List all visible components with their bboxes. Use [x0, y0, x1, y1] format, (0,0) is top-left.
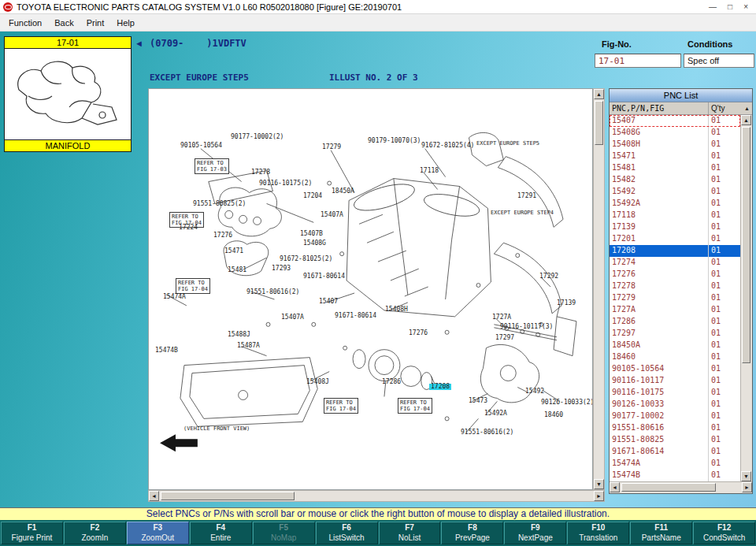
scroll-down-icon[interactable]: ▼	[594, 479, 604, 489]
pnc-row[interactable]: 91551-8061601	[610, 422, 740, 434]
part-number-label[interactable]: 90116-10175(2)	[259, 180, 312, 187]
pnc-row[interactable]: 1549201	[610, 186, 740, 198]
pnc-row[interactable]: 1713901	[610, 221, 740, 233]
fkey-f6-button[interactable]: F6ListSwitch	[316, 522, 378, 544]
fkey-f3-button[interactable]: F3ZoomOut	[127, 522, 189, 544]
pnc-horizontal-scrollbar[interactable]: ◄ ►	[610, 481, 752, 493]
scroll-left-icon[interactable]: ◄	[149, 491, 159, 501]
part-number-label[interactable]: 17286	[382, 379, 401, 385]
fkey-f4-button[interactable]: F4Entire	[190, 522, 252, 544]
part-number-label[interactable]: EXCEPT EUROPE STEP5	[476, 141, 539, 147]
pnc-row[interactable]: 1727A01	[610, 304, 740, 316]
pnc-row[interactable]: 91551-8082501	[610, 434, 740, 446]
pnc-row[interactable]: 90126-1003301	[610, 399, 740, 410]
pnc-row[interactable]: 90105-1056401	[610, 363, 740, 375]
part-number-label[interactable]: 15471	[224, 248, 243, 254]
part-number-label[interactable]: 15407	[319, 299, 338, 305]
figure-thumbnail[interactable]: 17-01 MANIFOLD	[4, 36, 132, 152]
part-number-label[interactable]: 91551-80616(2)	[246, 289, 299, 295]
pnc-column-header[interactable]: PNC,P/N,FIG	[610, 102, 709, 114]
pnc-row[interactable]: 18450A01	[610, 340, 740, 351]
fkey-f11-button[interactable]: F11PartsName	[630, 522, 692, 544]
part-number-label[interactable]: 15474A	[163, 294, 186, 300]
horizontal-scroll-thumb[interactable]	[161, 492, 295, 500]
part-number-label[interactable]: 17276	[213, 232, 232, 239]
fkey-f12-button[interactable]: F12CondSwitch	[693, 522, 755, 544]
part-number-label[interactable]: 91672-81025(2)	[280, 256, 332, 262]
pnc-vertical-scrollbar[interactable]: ▲ ▼	[740, 115, 752, 481]
pnc-row[interactable]: 1548101	[610, 162, 740, 174]
pnc-row[interactable]: 91671-8061401	[610, 446, 740, 458]
vertical-scroll-thumb[interactable]	[595, 101, 603, 145]
part-number-label[interactable]: 91551-80616(2)	[461, 429, 513, 436]
refer-note[interactable]: REFER TO FIG 17-03	[195, 158, 229, 174]
figure-vertical-scrollbar[interactable]: ▲ ▼	[593, 88, 605, 490]
pnc-row[interactable]: 1727401	[610, 257, 740, 269]
part-number-label[interactable]: 18450A	[332, 188, 354, 195]
part-number-label[interactable]: EXCEPT EUROPE STEP4	[491, 210, 554, 216]
part-number-label[interactable]: 17278	[251, 169, 270, 176]
scroll-left-icon[interactable]: ◄	[610, 482, 620, 492]
part-number-label[interactable]: 17279	[322, 144, 341, 150]
part-number-label[interactable]: 15408H	[385, 306, 408, 313]
part-number-label[interactable]: 15407A	[321, 212, 343, 218]
part-number-label[interactable]: 15488J	[228, 332, 250, 338]
part-number-label[interactable]: 17224	[179, 225, 198, 231]
menu-item-print[interactable]: Print	[80, 16, 111, 30]
pnc-row[interactable]: 1711801	[610, 210, 740, 221]
pnc-row[interactable]: 15492A01	[610, 198, 740, 210]
fig-no-field[interactable]: 17-01	[595, 54, 681, 68]
pnc-row[interactable]: 90116-1017501	[610, 387, 740, 399]
part-number-label[interactable]: 90177-10002(2)	[231, 134, 284, 140]
part-number-label[interactable]: 91672-81025(4)	[421, 143, 474, 149]
pnc-horizontal-scroll-thumb[interactable]	[621, 483, 716, 492]
close-button[interactable]: ×	[743, 2, 748, 11]
part-number-label[interactable]: 17139	[557, 300, 576, 306]
scroll-up-icon[interactable]: ▲	[741, 115, 751, 125]
part-number-label[interactable]: 17291	[517, 193, 536, 199]
fkey-f8-button[interactable]: F8PrevPage	[441, 522, 503, 544]
scroll-right-icon[interactable]: ►	[594, 491, 604, 501]
part-number-label[interactable]: 17276	[409, 330, 428, 336]
part-number-label[interactable]: 91671-80614	[335, 313, 376, 319]
part-number-label[interactable]: 15492	[525, 388, 544, 395]
part-number-label[interactable]: 15407B	[300, 231, 323, 237]
scroll-down-icon[interactable]: ▼	[741, 471, 751, 481]
pnc-row[interactable]: 1729701	[610, 328, 740, 340]
part-number-label[interactable]: 15407A	[281, 314, 304, 321]
qty-column-header[interactable]: Q'ty ▲	[709, 102, 752, 114]
refer-note[interactable]: REFER TO FIG 17-04	[176, 278, 210, 294]
part-number-label[interactable]: 15487A	[237, 343, 260, 349]
part-number-label[interactable]: 90116-10117(3)	[500, 324, 553, 330]
menu-item-help[interactable]: Help	[110, 16, 141, 30]
part-number-label[interactable]: 90105-10564	[180, 143, 222, 149]
part-number-label[interactable]: 15474B	[155, 347, 178, 354]
pnc-vertical-scroll-thumb[interactable]	[742, 127, 750, 363]
fkey-f1-button[interactable]: F1Figure Print	[1, 522, 63, 544]
part-number-label[interactable]: 17204	[303, 193, 322, 199]
part-number-label[interactable]: 15408G	[303, 240, 326, 247]
part-number-label[interactable]: 91551-80825(2)	[193, 201, 246, 207]
part-number-label[interactable]: 18460	[544, 412, 563, 418]
menu-item-back[interactable]: Back	[48, 16, 80, 30]
fkey-f5-button[interactable]: F5NoMap	[253, 522, 315, 544]
pnc-row[interactable]: 15474A01	[610, 458, 740, 470]
figure-canvas[interactable]: 90105-1056490177-10002(2)1727990179-1007…	[148, 88, 593, 490]
minimize-button[interactable]: —	[709, 2, 717, 11]
pnc-row[interactable]: 1846001	[610, 351, 740, 363]
maximize-button[interactable]: □	[728, 2, 732, 11]
part-number-label[interactable]: 17292	[539, 273, 558, 280]
pnc-row[interactable]: 1547101	[610, 150, 740, 162]
prev-figure-arrow-icon[interactable]: ◄	[135, 39, 143, 48]
pnc-row[interactable]: 1727801	[610, 280, 740, 292]
pnc-row[interactable]: 1548201	[610, 174, 740, 186]
scroll-up-icon[interactable]: ▲	[594, 89, 604, 99]
conditions-field[interactable]: Spec off	[684, 54, 754, 68]
part-number-label[interactable]: 15481	[228, 267, 246, 273]
fkey-f9-button[interactable]: F9NextPage	[504, 522, 566, 544]
pnc-row[interactable]: 1540701	[610, 115, 740, 127]
part-number-label[interactable]: 90126-10033(2)	[541, 399, 593, 406]
part-number-label[interactable]: 1727A	[492, 314, 511, 321]
pnc-row[interactable]: 1728601	[610, 316, 740, 328]
figure-horizontal-scrollbar[interactable]: ◄ ►	[148, 490, 605, 502]
